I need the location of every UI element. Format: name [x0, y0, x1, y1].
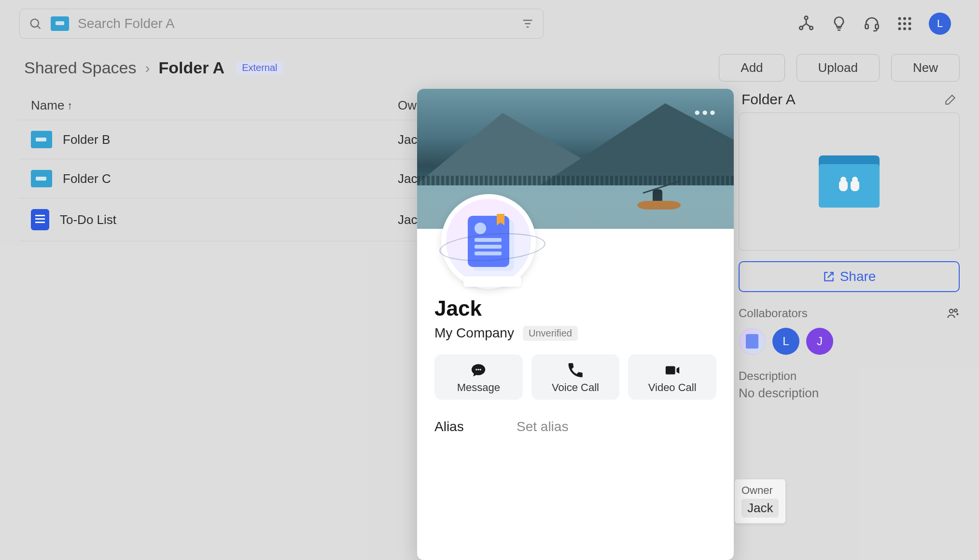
owner-block: Owner Jack: [735, 479, 785, 523]
profile-avatar: [441, 194, 536, 289]
lightbulb-icon[interactable]: [830, 15, 848, 32]
collaborator-avatar[interactable]: L: [772, 328, 799, 355]
more-options-icon[interactable]: •••: [694, 103, 717, 122]
svg-rect-8: [866, 25, 868, 29]
search-box[interactable]: [19, 9, 544, 39]
svg-point-18: [909, 28, 911, 30]
svg-point-13: [898, 22, 901, 25]
collaborators-label: Collaborators: [739, 307, 808, 320]
folder-icon: [31, 131, 52, 148]
file-name: Folder C: [63, 171, 111, 186]
profile-company: My Company: [434, 325, 514, 341]
svg-rect-9: [876, 25, 879, 29]
external-badge: External: [236, 61, 283, 74]
svg-point-15: [909, 22, 911, 25]
video-call-button[interactable]: Video Call: [628, 354, 716, 400]
upload-button[interactable]: Upload: [797, 54, 880, 82]
share-button[interactable]: Share: [739, 261, 960, 292]
doc-icon: [31, 209, 49, 230]
folder-icon: [31, 170, 52, 187]
collaborator-avatar[interactable]: J: [806, 328, 833, 355]
profile-name: Jack: [434, 296, 716, 321]
file-name: Folder B: [63, 132, 110, 147]
svg-point-10: [898, 17, 901, 20]
profile-card: ••• Jack My Company Unverified Message: [417, 89, 734, 560]
message-label: Message: [457, 381, 500, 393]
svg-point-11: [903, 17, 906, 20]
headset-icon[interactable]: [863, 15, 881, 32]
owner-value[interactable]: Jack: [741, 499, 779, 518]
svg-point-16: [898, 28, 901, 30]
search-icon: [28, 17, 42, 30]
phone-icon: [567, 362, 584, 378]
voice-call-button[interactable]: Voice Call: [531, 354, 620, 400]
breadcrumb: Shared Spaces › Folder A External: [24, 58, 283, 77]
alias-label: Alias: [434, 419, 517, 434]
network-icon[interactable]: [797, 15, 815, 32]
shared-folder-icon: [819, 155, 880, 208]
add-button[interactable]: Add: [719, 54, 784, 82]
svg-point-17: [903, 28, 906, 30]
search-input[interactable]: [78, 16, 512, 31]
svg-point-14: [903, 22, 906, 25]
column-name-header[interactable]: Name ↑: [31, 98, 398, 113]
chevron-right-icon: ›: [145, 60, 150, 76]
message-button[interactable]: Message: [434, 354, 523, 400]
details-title: Folder A: [741, 91, 796, 108]
svg-point-19: [950, 309, 953, 313]
app-grid-icon[interactable]: [896, 15, 913, 32]
breadcrumb-current: Folder A: [159, 58, 225, 77]
current-user-avatar[interactable]: L: [929, 13, 951, 35]
svg-point-12: [909, 17, 911, 20]
breadcrumb-root[interactable]: Shared Spaces: [24, 58, 137, 77]
filter-icon[interactable]: [521, 17, 534, 30]
new-button[interactable]: New: [891, 54, 960, 82]
voice-call-label: Voice Call: [552, 381, 599, 393]
folder-scope-icon: [51, 16, 69, 31]
svg-point-0: [31, 19, 39, 27]
description-label: Description: [739, 369, 797, 383]
edit-icon[interactable]: [944, 93, 957, 106]
add-collaborator-icon[interactable]: [946, 307, 960, 320]
share-label: Share: [840, 269, 876, 284]
owner-label: Owner: [741, 484, 779, 497]
file-name: To-Do List: [60, 212, 116, 227]
svg-point-7: [810, 27, 813, 30]
column-name-label: Name: [31, 98, 64, 113]
unverified-badge: Unverified: [523, 326, 578, 341]
collaborator-avatar[interactable]: [739, 328, 766, 355]
message-icon: [470, 362, 487, 378]
folder-preview: [739, 112, 960, 251]
share-icon: [823, 270, 835, 283]
video-call-label: Video Call: [648, 381, 697, 393]
sort-ascending-icon: ↑: [67, 99, 72, 112]
svg-line-1: [38, 26, 40, 28]
svg-point-5: [805, 16, 808, 20]
alias-set-link[interactable]: Set alias: [517, 419, 568, 434]
svg-point-6: [799, 27, 803, 30]
svg-point-20: [954, 309, 957, 312]
video-icon: [664, 362, 681, 378]
description-value: No description: [739, 386, 960, 401]
details-panel: Folder A Share Collaborators LJ: [733, 91, 960, 401]
